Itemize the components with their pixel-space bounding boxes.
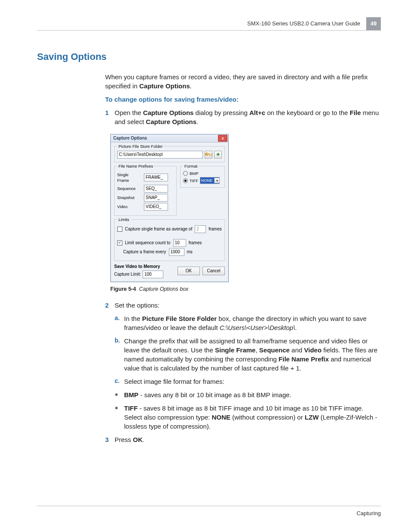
format-bmp-radio[interactable]: BMP <box>183 171 222 176</box>
store-folder-input[interactable]: C:\Users\Test\Desktop\ <box>117 151 203 159</box>
label: Snapshot <box>117 195 141 200</box>
step-text: Set the options: <box>115 301 381 310</box>
store-folder-group: Picture File Store Folder C:\Users\Test\… <box>114 146 225 162</box>
label: Video <box>117 204 141 209</box>
video-prefix-input[interactable]: VIDEO_ <box>144 203 168 211</box>
capture-limit-input[interactable]: 100 <box>143 271 163 278</box>
unit-label: ms <box>187 249 193 255</box>
sequence-prefix-input[interactable]: SEQ_ <box>144 185 168 193</box>
substep-letter: a. <box>115 314 124 332</box>
footer-section-name: Capturing <box>357 510 381 516</box>
close-icon: x <box>221 136 224 141</box>
save-video-memory-label: Save Video to Memory <box>114 264 163 270</box>
substep-a: a. In the Picture File Store Folder box,… <box>105 314 381 332</box>
substep-b: b. Change the prefix that will be assign… <box>105 336 381 373</box>
dialog-title-text: Capture Options <box>113 135 147 141</box>
browse-folder-button[interactable]: �ța <box>205 151 212 159</box>
bullet-icon: ● <box>115 404 124 431</box>
label: Single Frame <box>117 172 141 184</box>
step-2: 2 Set the options: <box>105 301 381 310</box>
ok-button[interactable]: OK <box>177 267 200 275</box>
close-button[interactable]: x <box>218 135 227 142</box>
page-number: 49 <box>366 17 381 30</box>
limit-sequence-checkbox[interactable]: ✓ <box>117 240 122 246</box>
single-frame-prefix-input[interactable]: FRAME_ <box>144 174 168 181</box>
dialog-titlebar: Capture Options x <box>111 134 228 143</box>
format-group: Format BMP TIFF NONE▾ <box>180 166 225 188</box>
unit-label: frames <box>189 240 202 246</box>
step-3: 3 Press OK. <box>105 435 381 444</box>
limits-group: Limits Capture single frame as average o… <box>114 219 225 261</box>
capture-limit-label: Capture Limit: <box>114 271 141 277</box>
snapshot-prefix-input[interactable]: SNAP_ <box>144 194 168 202</box>
step-number: 3 <box>105 435 115 444</box>
average-frames-input[interactable]: 2 <box>195 225 206 233</box>
label: Limit sequence count to <box>125 240 171 246</box>
radio-icon <box>183 178 188 183</box>
section-title: Saving Options <box>37 50 381 64</box>
intro-paragraph: When you capture frames or record a vide… <box>105 72 381 90</box>
substep-letter: b. <box>115 336 124 373</box>
bullet-icon: ● <box>115 390 124 399</box>
unit-label: frames <box>209 226 222 232</box>
chevron-down-icon: ▾ <box>214 178 219 183</box>
substep-letter: c. <box>115 377 124 386</box>
new-folder-button[interactable]: ✚ <box>214 151 222 159</box>
page-footer: Capturing <box>37 506 381 517</box>
procedure-heading: To change options for saving frames/vide… <box>105 95 381 104</box>
average-checkbox[interactable] <box>117 227 122 232</box>
guide-title: SMX-160 Series USB2.0 Camera User Guide <box>247 17 366 30</box>
tiff-compression-select[interactable]: NONE▾ <box>200 177 220 184</box>
group-legend: Picture File Store Folder <box>117 143 164 149</box>
text-bold: Capture Options <box>139 82 190 90</box>
step-text: Open the Capture Options dialog by press… <box>115 108 381 126</box>
figure-caption: Figure 5-4 Capture Options box <box>110 286 381 293</box>
cancel-button[interactable]: Cancel <box>202 267 225 275</box>
group-legend: Format <box>183 163 199 169</box>
step-number: 2 <box>105 301 115 310</box>
step-number: 1 <box>105 108 115 126</box>
label: Capture a frame every <box>123 249 166 255</box>
radio-icon <box>183 171 188 176</box>
group-legend: File Name Prefixes <box>117 163 154 169</box>
group-legend: Limits <box>117 217 131 222</box>
bullet-tiff: ● TIFF - saves 8 bit image as 8 bit TIFF… <box>105 404 381 431</box>
text: . <box>190 82 192 90</box>
label: Capture single frame as average of <box>125 226 192 232</box>
format-tiff-radio[interactable]: TIFF NONE▾ <box>183 177 222 184</box>
sequence-limit-input[interactable]: 10 <box>173 239 186 247</box>
capture-options-dialog: Capture Options x Picture File Store Fol… <box>110 134 229 282</box>
bullet-bmp: ● BMP - saves any 8 bit or 10 bit image … <box>105 390 381 399</box>
frame-interval-input[interactable]: 1000 <box>169 248 184 256</box>
step-1: 1 Open the Capture Options dialog by pre… <box>105 108 381 126</box>
page-header: SMX-160 Series USB2.0 Camera User Guide … <box>37 17 381 31</box>
folder-new-icon: ✚ <box>216 152 220 158</box>
prefixes-group: File Name Prefixes Single FrameFRAME_ Se… <box>114 166 177 216</box>
substep-c: c. Select image file format for frames: <box>105 377 381 386</box>
folder-open-icon: �ța <box>205 152 212 158</box>
label: Sequence <box>117 186 141 191</box>
